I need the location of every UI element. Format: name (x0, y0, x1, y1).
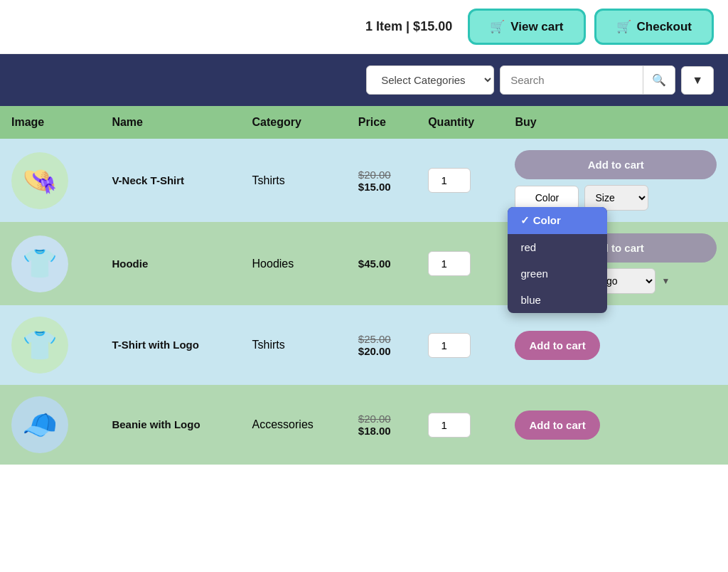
product-name: Hoodie (112, 258, 148, 270)
col-name: Name (100, 106, 240, 139)
search-wrapper: 🔍 (500, 65, 675, 95)
view-cart-button[interactable]: 🛒 View cart (468, 9, 585, 45)
add-to-cart-button[interactable]: Add to cart (515, 411, 599, 440)
buy-cell: Add to cart (503, 385, 728, 465)
color-option-green[interactable]: green (508, 260, 607, 287)
cart-summary: 1 Item | $15.00 (365, 19, 452, 34)
price-sale: $15.00 (358, 181, 405, 193)
header: 1 Item | $15.00 🛒 View cart 🛒 Checkout (0, 0, 728, 54)
color-option-red[interactable]: red (508, 234, 607, 260)
variant-row: Color ✓ Color red green blue Size S (515, 185, 717, 211)
table-row: 👕 T-Shirt with Logo Tshirts $25.00 $20.0… (0, 305, 728, 385)
navbar: Select Categories Tshirts Hoodies Access… (0, 54, 728, 106)
product-price: $20.00 $18.00 (358, 413, 405, 437)
quantity-input[interactable] (428, 168, 471, 193)
product-category: Hoodies (252, 258, 294, 270)
color-option-color[interactable]: ✓ Color (508, 207, 607, 234)
product-category: Accessories (252, 418, 314, 430)
product-category: Tshirts (252, 339, 285, 351)
product-name: Beanie with Logo (112, 418, 200, 430)
color-option-blue[interactable]: blue (508, 287, 607, 313)
quantity-input[interactable] (428, 251, 471, 276)
product-image: 👕 (11, 235, 68, 292)
col-category: Category (241, 106, 347, 139)
view-cart-label: View cart (510, 20, 563, 34)
quantity-input[interactable] (428, 413, 471, 438)
col-quantity: Quantity (417, 106, 503, 139)
color-select-button[interactable]: Color (515, 186, 579, 210)
search-icon: 🔍 (652, 74, 666, 86)
price-sale: $20.00 (358, 345, 405, 357)
color-dropdown-popup: ✓ Color red green blue (508, 207, 607, 313)
product-image: 🧢 (11, 396, 68, 453)
add-to-cart-button[interactable]: Add to cart (515, 150, 717, 179)
product-table: Image Name Category Price Quantity Buy 👒… (0, 106, 728, 465)
quantity-input[interactable] (428, 333, 471, 358)
buy-cell: Add to cart (503, 305, 728, 385)
buy-cell: Add to cart Color ✓ Color red green blue (503, 139, 728, 222)
chevron-down-icon: ▼ (661, 276, 670, 286)
product-price: $25.00 $20.00 (358, 333, 405, 357)
table-row: 🧢 Beanie with Logo Accessories $20.00 $1… (0, 385, 728, 465)
price-original: $20.00 (358, 169, 405, 181)
checkout-label: Checkout (637, 20, 692, 34)
col-price: Price (347, 106, 417, 139)
price-original: $25.00 (358, 333, 405, 345)
chevron-down-icon: ▼ (692, 74, 703, 86)
product-name: V-Neck T-Shirt (112, 174, 184, 186)
table-header-row: Image Name Category Price Quantity Buy (0, 106, 728, 139)
product-image: 👒 (11, 152, 68, 209)
table-row: 👕 Hoodie Hoodies $45.00 Add to cart (0, 222, 728, 305)
product-image: 👕 (11, 317, 68, 374)
price-sale: $18.00 (358, 425, 405, 437)
checkout-icon: 🛒 (616, 19, 631, 34)
product-price: $45.00 (358, 258, 405, 270)
checkout-button[interactable]: 🛒 Checkout (594, 9, 714, 45)
price-sale: $45.00 (358, 258, 405, 270)
search-button[interactable]: 🔍 (643, 66, 675, 94)
price-original: $20.00 (358, 413, 405, 425)
table-row: 👒 V-Neck T-Shirt Tshirts $20.00 $15.00 (0, 139, 728, 222)
color-dropdown-trigger: Color ✓ Color red green blue (515, 186, 579, 210)
product-name: T-Shirt with Logo (112, 339, 198, 351)
product-category: Tshirts (252, 174, 285, 186)
category-select[interactable]: Select Categories Tshirts Hoodies Access… (366, 65, 494, 95)
product-price: $20.00 $15.00 (358, 169, 405, 193)
cart-icon: 🛒 (490, 19, 505, 34)
add-to-cart-button[interactable]: Add to cart (515, 331, 599, 360)
col-image: Image (0, 106, 100, 139)
search-input[interactable] (500, 67, 643, 93)
filter-dropdown-button[interactable]: ▼ (681, 66, 714, 95)
col-buy: Buy (503, 106, 728, 139)
